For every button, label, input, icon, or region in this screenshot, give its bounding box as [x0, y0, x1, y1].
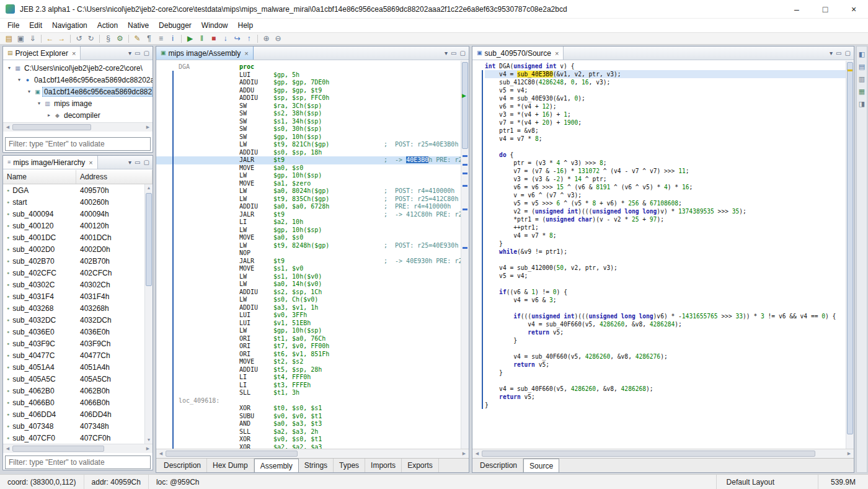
assembly-line[interactable]: ADDU$gp, $gp, $t9	[156, 87, 461, 95]
scroll-right-icon[interactable]: ▶	[844, 451, 854, 456]
hierarchy-row[interactable]: ●sub_4031F44031F4h	[3, 290, 144, 302]
tree-item[interactable]: ▾▣0a1cbf14e86c956cea5869dc88202aaa2f1c22…	[3, 86, 153, 97]
hierarchy-row[interactable]: ●sub_4001DC4001DCh	[3, 231, 144, 243]
close-window-icon[interactable]: ×	[839, 0, 868, 19]
source-line[interactable]: v4 = v6 & 3;	[485, 296, 846, 304]
scroll-up-icon[interactable]: ▲	[145, 184, 153, 192]
back-icon[interactable]: ←	[44, 34, 56, 44]
source-line[interactable]: *ptr1 = (unsigned char)(v - v2 * 25 + 97…	[485, 215, 846, 223]
assembly-line[interactable]: LW$t9, 8248h($gp); POST: r25=40E930h	[156, 242, 461, 250]
assembly-line[interactable]: MOVE$a0, $s0	[156, 164, 461, 173]
assembly-line[interactable]: ADDIU$sp, $sp, FFC0h	[156, 94, 461, 102]
source-line[interactable]	[485, 143, 846, 151]
assembly-line[interactable]: XOR$v0, $s0, $t1	[156, 436, 461, 444]
maximize-panel-icon[interactable]: ▢	[845, 50, 851, 56]
layout-selector[interactable]: Default Layout	[716, 475, 818, 489]
scrollbar-thumb[interactable]	[482, 451, 815, 457]
hierarchy-row[interactable]: ●start400260h	[3, 196, 144, 208]
close-tab-icon[interactable]: ×	[72, 50, 76, 57]
hierarchy-row[interactable]: ●sub_405A5C405A5Ch	[3, 373, 144, 385]
tab-hex-dump[interactable]: Hex Dump	[207, 459, 254, 472]
scroll-down-icon[interactable]: ▼	[145, 436, 153, 444]
assembly-line[interactable]: XOR$t0, $s0, $s1	[156, 405, 461, 413]
scroll-left-icon[interactable]: ◀	[3, 125, 12, 130]
tab-strings[interactable]: Strings	[299, 459, 334, 472]
source-line[interactable]: sub_412C80(4286248, 0, 16, v3);	[485, 78, 846, 86]
collapse-arrow-icon[interactable]: ▾	[35, 101, 43, 106]
tab-hierarchy[interactable]: ≡ mips image/Hierarchy ×	[3, 156, 98, 169]
assembly-line[interactable]: MOVE$s1, $v0	[156, 265, 461, 273]
assembly-line[interactable]: SW$ra, 3Ch($sp)	[156, 102, 461, 110]
minimized-view-icon-2[interactable]: ▥	[857, 74, 867, 84]
source-line[interactable]: }	[485, 401, 846, 409]
assembly-line[interactable]: ADDIU$gp, $gp, 7DE0h	[156, 79, 461, 87]
tab-assembly[interactable]: Assembly	[254, 459, 299, 472]
assembly-line[interactable]: LW$t9, 821Ch($gp); POST: r25=40E3B0h	[156, 141, 461, 149]
source-line[interactable]: return v5;	[485, 361, 846, 369]
view-menu-icon[interactable]: ▾	[445, 50, 448, 56]
step-over-icon[interactable]: ↪	[231, 34, 243, 44]
assembly-line[interactable]: LW$gp, 10h($sp)	[156, 327, 461, 335]
assembly-line[interactable]: JALR$t9; -> 40E3B0h PRE: r25	[156, 156, 461, 164]
menu-native[interactable]: Native	[123, 19, 154, 32]
zoom-out-icon[interactable]: ⊖	[272, 34, 284, 44]
scroll-left-icon[interactable]: ◀	[472, 451, 482, 456]
tab-source[interactable]: ▣ sub_409570/Source ×	[472, 47, 564, 60]
hierarchy-row[interactable]: ●sub_4032DC4032DCh	[3, 314, 144, 326]
scrollbar-thumb[interactable]	[166, 451, 298, 457]
assembly-line[interactable]: LW$a0, 8024h($gp); POST: r4=410000h	[156, 187, 461, 195]
minimize-panel-icon[interactable]: ▭	[836, 50, 841, 56]
source-line[interactable]: }	[485, 336, 846, 344]
view-menu-icon[interactable]: ▾	[830, 50, 833, 56]
assembly-line[interactable]: LW$gp, 10h($sp)	[156, 227, 461, 235]
column-header-address[interactable]: Address	[76, 170, 153, 184]
assembly-line[interactable]: LI$a2, 10h	[156, 218, 461, 227]
source-line[interactable]: v7 = (v7 & -16) * 131072 ^ (v4 - v7 ^ v7…	[485, 167, 846, 175]
source-line[interactable]: v4 = v7 * 8;	[485, 231, 846, 240]
source-line[interactable]: ptr1 = &v8;	[485, 127, 846, 135]
view-menu-icon[interactable]: ▾	[128, 159, 131, 166]
source-line[interactable]: v6 = v6 >>> 15 ^ (v6 & 8191 ^ (v6 ^ v5) …	[485, 183, 846, 191]
source-line[interactable]: v3 = (v3 & -2) * 14 ^ ptr;	[485, 175, 846, 183]
source-scrollbar[interactable]	[846, 61, 854, 449]
collapse-arrow-icon[interactable]: ▾	[25, 89, 33, 94]
hierarchy-row[interactable]: ●sub_4036E04036E0h	[3, 326, 144, 338]
info-icon[interactable]: i	[167, 34, 179, 44]
maximize-panel-icon[interactable]: ▢	[144, 159, 149, 166]
tab-project-explorer[interactable]: ▤ Project Explorer ×	[3, 47, 81, 60]
assembly-line[interactable]: SLL$t1, 3h	[156, 389, 461, 397]
menu-edit[interactable]: Edit	[24, 19, 47, 32]
assembly-line[interactable]: XOR$a2, $a2, $a3	[156, 444, 461, 449]
assembly-line[interactable]: LUI$gp, 5h	[156, 71, 461, 79]
restore-views-icon[interactable]: ◧	[857, 49, 867, 59]
scroll-right-icon[interactable]: ▶	[143, 125, 153, 130]
minimize-panel-icon[interactable]: ▭	[135, 50, 140, 56]
assembly-line[interactable]: NOP	[156, 249, 461, 258]
scroll-left-icon[interactable]: ◀	[3, 446, 12, 451]
undo-icon[interactable]: ↺	[73, 34, 85, 44]
step-into-icon[interactable]: ↓	[219, 34, 231, 44]
scrollbar-thumb[interactable]	[146, 193, 152, 286]
assembly-line[interactable]: MOVE$t2, $s2	[156, 358, 461, 366]
assembly-line[interactable]: MOVE$a0, $s0	[156, 234, 461, 242]
assembly-line[interactable]: SW$s2, 38h($sp)	[156, 110, 461, 118]
close-tab-icon[interactable]: ×	[89, 159, 92, 166]
expand-arrow-icon[interactable]: ▸	[45, 112, 53, 118]
scroll-right-icon[interactable]: ▶	[459, 451, 469, 456]
forward-icon[interactable]: →	[56, 34, 68, 44]
source-line[interactable]: v3 = *(v4 + 16) + 1;	[485, 110, 846, 119]
source-line[interactable]: int DGA(unsigned int v) {	[485, 62, 846, 70]
view-menu-icon[interactable]: ▾	[128, 50, 131, 56]
project-filter-input[interactable]	[5, 137, 151, 151]
source-line[interactable]	[485, 256, 846, 264]
source-line[interactable]: v5 = v5 >>> 6 ^ (v5 * 8 + v6) * 256 & 67…	[485, 199, 846, 207]
source-line[interactable]: v6 = *(v4 + 12);	[485, 102, 846, 110]
assembly-line[interactable]: LW$gp, 10h($sp)	[156, 172, 461, 180]
assembly-line[interactable]: ADDIU$a3, $v1, 1h	[156, 304, 461, 312]
assembly-line[interactable]: loc_409618:	[156, 397, 461, 405]
hierarchy-row[interactable]: ●sub_402B70402B70h	[3, 255, 144, 267]
zoom-in-icon[interactable]: ⊕	[260, 34, 272, 44]
source-line[interactable]: v = v6 ^ (v7 ^ v3);	[485, 191, 846, 199]
minimized-view-icon-4[interactable]: ◨	[857, 99, 867, 109]
tree-item[interactable]: ▾▥mips image	[3, 97, 153, 109]
